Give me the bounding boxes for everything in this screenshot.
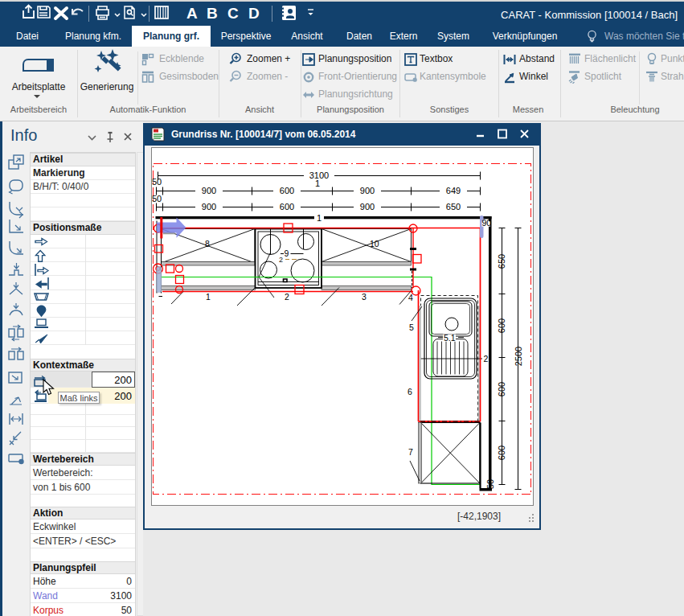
svg-text:2: 2 — [279, 256, 283, 264]
svg-text:600: 600 — [497, 446, 506, 460]
svg-text:50: 50 — [152, 194, 162, 203]
svg-text:1: 1 — [317, 213, 322, 223]
svg-text:900: 900 — [202, 202, 216, 211]
svg-text:600: 600 — [497, 318, 506, 333]
svg-text:A: A — [186, 5, 198, 22]
svg-text:D: D — [248, 5, 260, 22]
svg-text:4: 4 — [408, 293, 413, 302]
svg-text:600: 600 — [280, 186, 294, 195]
svg-text:B: B — [207, 5, 218, 22]
svg-text:650: 650 — [497, 254, 506, 269]
svg-text:6: 6 — [408, 387, 412, 396]
svg-text:50: 50 — [485, 479, 495, 489]
svg-text:8: 8 — [205, 239, 210, 248]
svg-text:650: 650 — [446, 202, 461, 211]
svg-text:7: 7 — [408, 447, 413, 457]
svg-text:600: 600 — [497, 382, 506, 396]
svg-text:1: 1 — [315, 179, 320, 188]
svg-text:1: 1 — [206, 292, 211, 302]
svg-text:9: 9 — [285, 248, 289, 258]
svg-text:50: 50 — [152, 177, 162, 187]
svg-text:600: 600 — [280, 202, 294, 211]
svg-text:90: 90 — [482, 218, 492, 228]
svg-text:900: 900 — [202, 186, 216, 195]
svg-text:3: 3 — [362, 292, 367, 302]
svg-text:900: 900 — [360, 202, 375, 211]
svg-text:900: 900 — [360, 186, 375, 195]
svg-text:C: C — [227, 5, 239, 22]
svg-text:5: 5 — [409, 322, 414, 332]
svg-text:2: 2 — [285, 292, 289, 302]
svg-text:2: 2 — [484, 354, 489, 363]
svg-text:10: 10 — [370, 239, 379, 248]
svg-text:2500: 2500 — [514, 347, 523, 366]
svg-text:649: 649 — [446, 186, 461, 195]
svg-text:5.1: 5.1 — [444, 333, 456, 343]
